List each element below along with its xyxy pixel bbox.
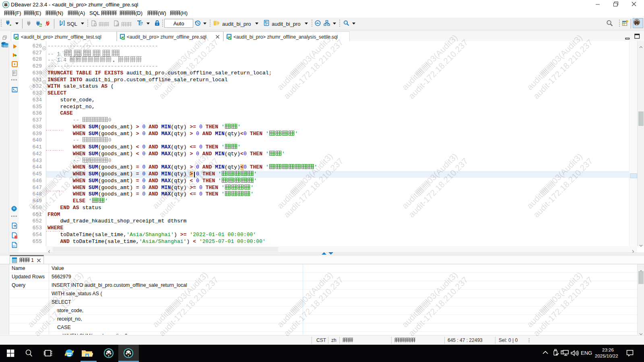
svg-text:(x): (x): [12, 245, 16, 248]
